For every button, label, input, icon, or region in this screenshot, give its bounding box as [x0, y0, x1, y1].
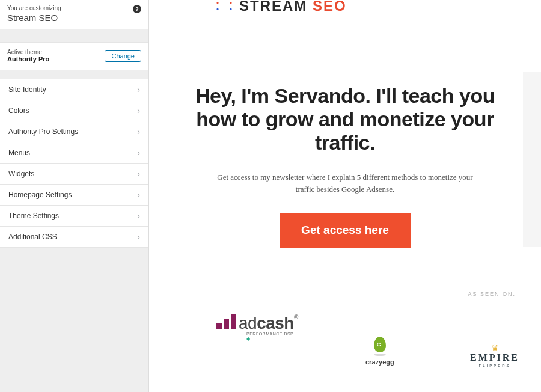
chevron-right-icon: › — [137, 212, 140, 220]
crazyegg-egg-icon — [374, 337, 386, 352]
active-theme-name: Authority Pro — [7, 55, 49, 63]
menu-item-label: Theme Settings — [8, 212, 59, 220]
crazyegg-shadow-icon — [374, 354, 386, 356]
crown-icon: ♛ — [470, 343, 519, 352]
site-header: STREAM SEO — [149, 0, 541, 12]
menu-item-label: Authority Pro Settings — [8, 127, 78, 136]
change-theme-button[interactable]: Change — [105, 50, 141, 62]
hero-shadow — [523, 72, 541, 247]
menu-item-label: Homepage Settings — [8, 191, 72, 199]
active-theme-panel: Active theme Authority Pro Change — [0, 42, 148, 70]
menu-item-label: Additional CSS — [8, 233, 57, 241]
chevron-right-icon: › — [137, 170, 140, 178]
customizer-menu: Site Identity › Colors › Authority Pro S… — [0, 79, 148, 248]
menu-item-homepage-settings[interactable]: Homepage Settings › — [0, 185, 148, 206]
hero-subtext: Get access to my newsletter where I expl… — [207, 171, 483, 195]
brand-logo-icon — [215, 2, 233, 10]
menu-item-authority-pro-settings[interactable]: Authority Pro Settings › — [0, 121, 148, 142]
chevron-right-icon: › — [137, 233, 140, 241]
brand-word-1: STREAM — [239, 0, 313, 14]
logo-empire-flippers: ♛ EMPIRE — FLIPPERS — — [470, 343, 519, 367]
menu-item-theme-settings[interactable]: Theme Settings › — [0, 206, 148, 227]
menu-item-menus[interactable]: Menus › — [0, 142, 148, 164]
empire-subtext: — FLIPPERS — — [470, 364, 519, 367]
menu-item-additional-css[interactable]: Additional CSS › — [0, 227, 148, 248]
adcash-dot-icon: ◆ — [246, 336, 251, 341]
help-icon[interactable]: ? — [133, 5, 141, 13]
chevron-right-icon: › — [137, 106, 140, 115]
chevron-right-icon: › — [137, 149, 140, 157]
cta-button[interactable]: Get access here — [280, 213, 411, 248]
brand-word-2: SEO — [313, 0, 347, 14]
menu-item-label: Colors — [8, 106, 29, 115]
site-name: Stream SEO — [7, 13, 61, 23]
adcash-word1: ad — [239, 314, 257, 332]
site-preview: STREAM SEO Hey, I'm Servando. I'll teach… — [149, 0, 541, 392]
empire-text: EMPIRE — [470, 352, 519, 363]
menu-item-site-identity[interactable]: Site Identity › — [0, 79, 148, 100]
chevron-right-icon: › — [137, 191, 140, 199]
logo-adcash: adcash® PERFORMANCE DSP ◆ — [216, 314, 298, 333]
menu-item-label: Menus — [8, 149, 30, 157]
sidebar-header: You are customizing Stream SEO ? — [0, 0, 148, 29]
crazyegg-text: crazyegg — [365, 358, 394, 366]
customizer-sidebar: You are customizing Stream SEO ? Active … — [0, 0, 149, 392]
customizing-label: You are customizing — [7, 5, 61, 11]
logos-row: adcash® PERFORMANCE DSP ◆ crazyegg ♛ EMP… — [149, 311, 541, 378]
hero-headline: Hey, I'm Servando. I'll teach you how to… — [185, 84, 505, 155]
menu-item-label: Widgets — [8, 170, 34, 178]
active-theme-label: Active theme — [7, 49, 49, 55]
logo-crazyegg: crazyegg — [365, 337, 394, 366]
brand-text: STREAM SEO — [239, 0, 347, 14]
menu-item-label: Site Identity — [8, 85, 46, 94]
hero-section: Hey, I'm Servando. I'll teach you how to… — [149, 12, 541, 248]
chevron-right-icon: › — [137, 85, 140, 94]
chevron-right-icon: › — [137, 127, 140, 136]
brand[interactable]: STREAM SEO — [215, 0, 347, 14]
adcash-bars-icon — [216, 314, 236, 329]
adcash-word2: cash — [257, 314, 294, 332]
menu-item-widgets[interactable]: Widgets › — [0, 164, 148, 185]
menu-item-colors[interactable]: Colors › — [0, 100, 148, 121]
adcash-subtext: PERFORMANCE DSP — [246, 332, 293, 336]
as-seen-on-label: AS SEEN ON: — [468, 291, 516, 297]
